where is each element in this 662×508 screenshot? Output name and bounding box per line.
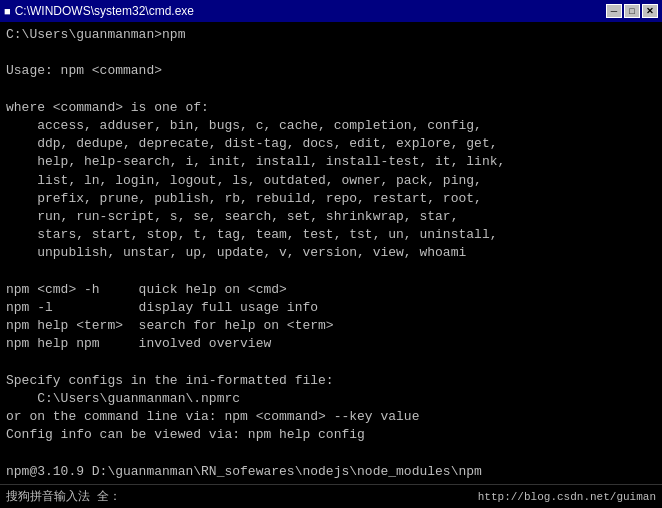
ime-status: 搜狗拼音输入法 全： bbox=[6, 488, 121, 505]
title-bar: ■ C:\WINDOWS\system32\cmd.exe ─ □ ✕ bbox=[0, 0, 662, 22]
bottom-bar: 搜狗拼音输入法 全： http://blog.csdn.net/guiman bbox=[0, 484, 662, 508]
title-bar-left: ■ C:\WINDOWS\system32\cmd.exe bbox=[4, 4, 194, 18]
cmd-icon: ■ bbox=[4, 5, 11, 17]
title-bar-controls: ─ □ ✕ bbox=[606, 4, 658, 18]
title-bar-title: C:\WINDOWS\system32\cmd.exe bbox=[15, 4, 194, 18]
url-hint: http://blog.csdn.net/guiman bbox=[478, 491, 656, 503]
minimize-button[interactable]: ─ bbox=[606, 4, 622, 18]
console-output: C:\Users\guanmanman>npm Usage: npm <comm… bbox=[0, 22, 662, 484]
close-button[interactable]: ✕ bbox=[642, 4, 658, 18]
maximize-button[interactable]: □ bbox=[624, 4, 640, 18]
